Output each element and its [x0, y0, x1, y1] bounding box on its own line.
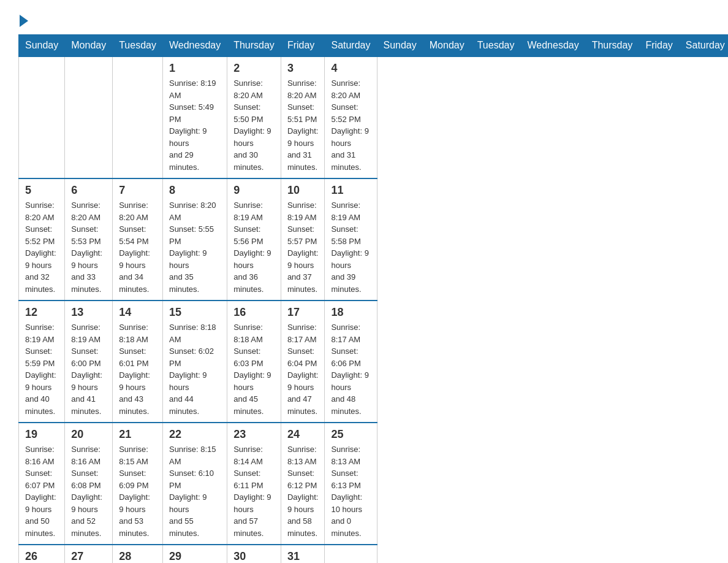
col-header-sunday: Sunday [377, 35, 423, 57]
day-info: Sunrise: 8:14 AM Sunset: 6:11 PM Dayligh… [233, 443, 275, 539]
day-info: Sunrise: 8:13 AM Sunset: 6:12 PM Dayligh… [287, 443, 319, 539]
calendar-cell [325, 545, 377, 563]
calendar-week-1: 1Sunrise: 8:19 AM Sunset: 5:49 PM Daylig… [19, 56, 729, 178]
day-info: Sunrise: 8:19 AM Sunset: 5:56 PM Dayligh… [233, 199, 275, 295]
day-info: Sunrise: 8:20 AM Sunset: 5:52 PM Dayligh… [25, 199, 58, 295]
day-number: 20 [71, 428, 106, 441]
calendar-cell: 3Sunrise: 8:20 AM Sunset: 5:51 PM Daylig… [281, 56, 325, 178]
day-number: 23 [233, 428, 275, 441]
day-number: 28 [119, 550, 156, 563]
day-info: Sunrise: 8:15 AM Sunset: 6:10 PM Dayligh… [169, 443, 221, 539]
day-number: 9 [233, 184, 275, 197]
calendar-cell [65, 56, 113, 178]
calendar-cell: 23Sunrise: 8:14 AM Sunset: 6:11 PM Dayli… [227, 423, 281, 545]
calendar-cell: 26Sunrise: 8:12 AM Sunset: 6:15 PM Dayli… [19, 545, 65, 563]
day-number: 22 [169, 428, 221, 441]
day-number: 13 [71, 306, 106, 319]
col-header-wednesday: Wednesday [521, 35, 585, 57]
calendar-cell: 4Sunrise: 8:20 AM Sunset: 5:52 PM Daylig… [325, 56, 377, 178]
col-header-saturday: Saturday [679, 35, 728, 57]
calendar-cell: 21Sunrise: 8:15 AM Sunset: 6:09 PM Dayli… [113, 423, 163, 545]
calendar-cell: 9Sunrise: 8:19 AM Sunset: 5:56 PM Daylig… [227, 178, 281, 301]
calendar-cell: 27Sunrise: 8:11 AM Sunset: 6:16 PM Dayli… [65, 545, 113, 563]
col-header-tuesday: Tuesday [471, 35, 521, 57]
day-info: Sunrise: 8:16 AM Sunset: 6:08 PM Dayligh… [71, 443, 106, 539]
day-info: Sunrise: 8:17 AM Sunset: 6:06 PM Dayligh… [331, 321, 370, 417]
day-info: Sunrise: 8:18 AM Sunset: 6:03 PM Dayligh… [233, 321, 275, 417]
day-number: 1 [169, 62, 221, 75]
calendar-cell: 8Sunrise: 8:20 AM Sunset: 5:55 PM Daylig… [162, 178, 227, 301]
page-header [18, 12, 710, 28]
day-info: Sunrise: 8:20 AM Sunset: 5:52 PM Dayligh… [331, 77, 370, 173]
calendar-cell: 7Sunrise: 8:20 AM Sunset: 5:54 PM Daylig… [113, 178, 163, 301]
col-header-monday: Monday [423, 35, 471, 57]
calendar-cell: 22Sunrise: 8:15 AM Sunset: 6:10 PM Dayli… [162, 423, 227, 545]
calendar-cell: 17Sunrise: 8:17 AM Sunset: 6:04 PM Dayli… [281, 301, 325, 423]
day-number: 18 [331, 306, 370, 319]
day-info: Sunrise: 8:16 AM Sunset: 6:07 PM Dayligh… [25, 443, 58, 539]
day-number: 21 [119, 428, 156, 441]
calendar-cell: 10Sunrise: 8:19 AM Sunset: 5:57 PM Dayli… [281, 178, 325, 301]
day-number: 15 [169, 306, 221, 319]
day-info: Sunrise: 8:20 AM Sunset: 5:53 PM Dayligh… [71, 199, 106, 295]
calendar-cell: 5Sunrise: 8:20 AM Sunset: 5:52 PM Daylig… [19, 178, 65, 301]
logo-arrow-icon [20, 15, 28, 27]
calendar-cell: 18Sunrise: 8:17 AM Sunset: 6:06 PM Dayli… [325, 301, 377, 423]
day-info: Sunrise: 8:19 AM Sunset: 5:59 PM Dayligh… [25, 321, 58, 417]
day-number: 8 [169, 184, 221, 197]
day-info: Sunrise: 8:19 AM Sunset: 5:49 PM Dayligh… [169, 77, 221, 173]
calendar-cell: 16Sunrise: 8:18 AM Sunset: 6:03 PM Dayli… [227, 301, 281, 423]
day-number: 25 [331, 428, 370, 441]
day-number: 24 [287, 428, 319, 441]
calendar-week-5: 26Sunrise: 8:12 AM Sunset: 6:15 PM Dayli… [19, 545, 729, 563]
day-number: 30 [233, 550, 275, 563]
day-info: Sunrise: 8:20 AM Sunset: 5:51 PM Dayligh… [287, 77, 319, 173]
day-number: 16 [233, 306, 275, 319]
day-info: Sunrise: 8:15 AM Sunset: 6:09 PM Dayligh… [119, 443, 156, 539]
calendar-cell [113, 56, 163, 178]
calendar-cell: 24Sunrise: 8:13 AM Sunset: 6:12 PM Dayli… [281, 423, 325, 545]
calendar-cell: 14Sunrise: 8:18 AM Sunset: 6:01 PM Dayli… [113, 301, 163, 423]
calendar-week-4: 19Sunrise: 8:16 AM Sunset: 6:07 PM Dayli… [19, 423, 729, 545]
day-number: 5 [25, 184, 58, 197]
header-saturday: Saturday [325, 35, 377, 57]
day-number: 7 [119, 184, 156, 197]
day-number: 2 [233, 62, 275, 75]
calendar-cell: 6Sunrise: 8:20 AM Sunset: 5:53 PM Daylig… [65, 178, 113, 301]
day-number: 10 [287, 184, 319, 197]
header-tuesday: Tuesday [113, 35, 163, 57]
day-number: 27 [71, 550, 106, 563]
calendar-cell: 1Sunrise: 8:19 AM Sunset: 5:49 PM Daylig… [162, 56, 227, 178]
day-info: Sunrise: 8:19 AM Sunset: 5:58 PM Dayligh… [331, 199, 370, 295]
day-info: Sunrise: 8:17 AM Sunset: 6:04 PM Dayligh… [287, 321, 319, 417]
calendar-cell: 12Sunrise: 8:19 AM Sunset: 5:59 PM Dayli… [19, 301, 65, 423]
calendar-cell: 25Sunrise: 8:13 AM Sunset: 6:13 PM Dayli… [325, 423, 377, 545]
header-sunday: Sunday [19, 35, 65, 57]
day-number: 3 [287, 62, 319, 75]
calendar-cell: 29Sunrise: 8:10 AM Sunset: 6:18 PM Dayli… [162, 545, 227, 563]
calendar-cell: 28Sunrise: 8:10 AM Sunset: 6:17 PM Dayli… [113, 545, 163, 563]
day-number: 26 [25, 550, 58, 563]
col-header-thursday: Thursday [585, 35, 639, 57]
day-number: 19 [25, 428, 58, 441]
day-info: Sunrise: 8:13 AM Sunset: 6:13 PM Dayligh… [331, 443, 370, 539]
day-number: 14 [119, 306, 156, 319]
header-monday: Monday [65, 35, 113, 57]
calendar-week-3: 12Sunrise: 8:19 AM Sunset: 5:59 PM Dayli… [19, 301, 729, 423]
calendar-cell [19, 56, 65, 178]
calendar-cell: 20Sunrise: 8:16 AM Sunset: 6:08 PM Dayli… [65, 423, 113, 545]
day-info: Sunrise: 8:19 AM Sunset: 6:00 PM Dayligh… [71, 321, 106, 417]
day-number: 4 [331, 62, 370, 75]
calendar-table: SundayMondayTuesdayWednesdayThursdayFrid… [18, 34, 728, 563]
calendar-header-row: SundayMondayTuesdayWednesdayThursdayFrid… [19, 35, 729, 57]
day-info: Sunrise: 8:20 AM Sunset: 5:55 PM Dayligh… [169, 199, 221, 295]
day-info: Sunrise: 8:18 AM Sunset: 6:02 PM Dayligh… [169, 321, 221, 417]
day-info: Sunrise: 8:20 AM Sunset: 5:54 PM Dayligh… [119, 199, 156, 295]
calendar-cell: 2Sunrise: 8:20 AM Sunset: 5:50 PM Daylig… [227, 56, 281, 178]
col-header-friday: Friday [639, 35, 679, 57]
day-number: 12 [25, 306, 58, 319]
day-info: Sunrise: 8:19 AM Sunset: 5:57 PM Dayligh… [287, 199, 319, 295]
header-thursday: Thursday [227, 35, 281, 57]
day-number: 6 [71, 184, 106, 197]
header-wednesday: Wednesday [162, 35, 227, 57]
